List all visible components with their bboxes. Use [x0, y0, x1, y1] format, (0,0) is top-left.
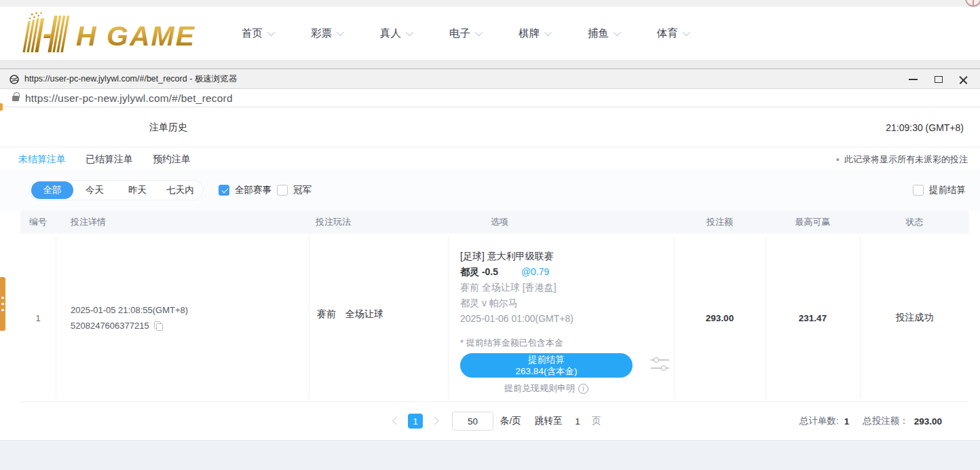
page-number-button[interactable]: 1 — [408, 414, 423, 429]
floating-side-widget[interactable] — [0, 277, 5, 331]
col-header-stake: 投注额 — [674, 211, 766, 234]
url-text: https://user-pc-new.jylywl.com/#/bet_rec… — [25, 92, 233, 105]
nav-item-lottery[interactable]: 彩票 — [311, 26, 342, 41]
window-title: https://user-pc-new.jylywl.com/#/bet_rec… — [24, 73, 237, 85]
column-divider — [309, 236, 309, 399]
screenshot-root: H GAME 首页 彩票 真人 电子 棋牌 — [0, 0, 980, 470]
chevron-down-icon — [614, 29, 621, 36]
nav-label: 彩票 — [311, 26, 332, 41]
cell-stake: 293.00 — [674, 234, 766, 402]
page-size-input[interactable] — [452, 412, 493, 431]
champion-checkbox[interactable]: 冠军 — [277, 180, 312, 200]
chevron-down-icon — [475, 29, 483, 36]
date-range-all[interactable]: 全部 — [31, 181, 73, 199]
nav-item-home[interactable]: 首页 — [242, 26, 273, 41]
bullet-icon: • — [836, 154, 840, 164]
table-header: 编号 投注详情 投注玩法 选项 投注额 最高可赢 状态 — [20, 211, 969, 234]
window-gap — [0, 60, 980, 69]
date-range-segmented: 全部 今天 昨天 七天内 — [29, 180, 204, 200]
selection-league: [足球] 意大利甲级联赛 — [460, 249, 664, 264]
col-header-detail: 投注详情 — [71, 211, 106, 234]
footer-band — [0, 440, 980, 470]
browser-url-bar[interactable]: https://user-pc-new.jylywl.com/#/bet_rec… — [0, 90, 980, 107]
table-row: 1 2025-01-05 21:08:55(GMT+8) 52082476063… — [20, 234, 969, 402]
page-title: 注单历史 — [149, 108, 187, 147]
cashout-button[interactable]: 提前结算 263.84(含本金) — [460, 353, 633, 378]
champion-label: 冠军 — [293, 184, 312, 196]
tab-settled[interactable]: 已结算注单 — [86, 153, 133, 166]
site-header: H GAME 首页 彩票 真人 电子 棋牌 — [0, 7, 980, 60]
cell-selection: [足球] 意大利甲级联赛 都灵 -0.5 @0.79 赛前 全场让球 [香港盘]… — [460, 249, 664, 395]
selection-odds[interactable]: @0.79 — [521, 266, 549, 277]
nav-item-sports[interactable]: 体育 — [657, 26, 688, 41]
window-controls — [901, 70, 976, 89]
close-button[interactable] — [951, 70, 976, 89]
cashout-slider-icon[interactable] — [651, 357, 669, 373]
tab-reserved[interactable]: 预约注单 — [153, 153, 191, 166]
hh-game-logo-graphic: H GAME — [19, 12, 201, 55]
copy-icon[interactable] — [154, 321, 162, 330]
nav-item-slots[interactable]: 电子 — [449, 26, 480, 41]
jump-to-label: 跳转至 — [535, 412, 563, 431]
nav-item-fishing[interactable]: 捕鱼 — [588, 26, 619, 41]
selection-market: 赛前 全场让球 [香港盘] — [460, 280, 664, 295]
nav-label: 棋牌 — [519, 26, 540, 41]
minimize-icon — [909, 79, 918, 80]
status-badge: 投注成功 — [896, 312, 934, 324]
total-stake-value: 293.00 — [914, 416, 942, 427]
maximize-button[interactable] — [926, 70, 951, 89]
bet-id-line: 5208247606377215 — [71, 318, 188, 333]
col-header-play: 投注玩法 — [316, 211, 351, 234]
cell-bet-detail: 2025-01-05 21:08:55(GMT+8) 5208247606377… — [71, 302, 188, 333]
cell-max-win: 231.47 — [766, 234, 860, 402]
site-logo[interactable]: H GAME — [19, 12, 201, 55]
col-header-selection: 选项 — [491, 211, 508, 234]
tab-unsettled[interactable]: 未结算注单 — [18, 153, 66, 166]
browser-title-bar[interactable]: https://user-pc-new.jylywl.com/#/bet_rec… — [0, 70, 980, 89]
nav-label: 电子 — [449, 26, 470, 41]
next-page-button[interactable] — [430, 416, 439, 425]
cell-row-number: 1 — [20, 234, 56, 402]
nav-label: 体育 — [657, 26, 678, 41]
chevron-down-icon — [544, 29, 552, 36]
page-size-unit: 条/页 — [500, 412, 521, 431]
selection-pick: 都灵 -0.5 — [460, 266, 498, 277]
lock-icon — [12, 96, 19, 101]
all-events-checkbox[interactable]: 全部赛事 — [219, 180, 271, 200]
close-icon — [959, 75, 968, 84]
jump-unit-label: 页 — [592, 412, 601, 431]
chevron-down-icon — [267, 29, 275, 36]
cashout-button-line1: 提前结算 — [460, 354, 633, 365]
globe-icon — [10, 75, 19, 84]
prev-page-button[interactable] — [392, 416, 401, 425]
selection-matchup: 都灵 v 帕尔马 — [460, 295, 664, 311]
desktop-background-strip — [0, 0, 980, 7]
totals-summary: 总计单数: 1 总投注额： 293.00 — [799, 412, 942, 431]
minimize-button[interactable] — [901, 70, 926, 89]
total-stake-label: 总投注额： — [863, 415, 909, 427]
jump-page-input[interactable] — [569, 412, 586, 430]
chevron-down-icon — [337, 29, 344, 36]
bet-id: 5208247606377215 — [71, 321, 149, 331]
nav-item-cards[interactable]: 棋牌 — [519, 26, 550, 41]
date-range-7days[interactable]: 七天内 — [159, 184, 202, 196]
record-tabs: 未结算注单 已结算注单 预约注单 — [18, 147, 191, 171]
checkbox-unchecked-icon — [913, 185, 924, 196]
cashout-button-line2: 263.84(含本金) — [460, 365, 633, 377]
column-divider — [56, 236, 56, 399]
column-divider — [448, 236, 449, 399]
nav-label: 首页 — [242, 26, 263, 41]
col-header-maxwin: 最高可赢 — [766, 211, 860, 234]
logo-text: H GAME — [76, 20, 195, 52]
cashout-rules-link[interactable]: 提前兑现规则申明 i — [460, 382, 633, 395]
early-settle-checkbox[interactable]: 提前结算 — [913, 180, 966, 200]
nav-item-live[interactable]: 真人 — [380, 26, 411, 41]
date-range-yesterday[interactable]: 昨天 — [116, 184, 159, 196]
col-header-no: 编号 — [20, 211, 56, 234]
early-settle-label: 提前结算 — [929, 184, 966, 196]
cashout-note: * 提前结算金额已包含本金 — [460, 337, 664, 349]
date-range-today[interactable]: 今天 — [73, 184, 116, 196]
server-clock: 21:09:30 (GMT+8) — [886, 108, 964, 147]
edge-widget-notch[interactable] — [0, 103, 3, 111]
selection-match-time: 2025-01-06 01:00(GMT+8) — [460, 311, 664, 327]
